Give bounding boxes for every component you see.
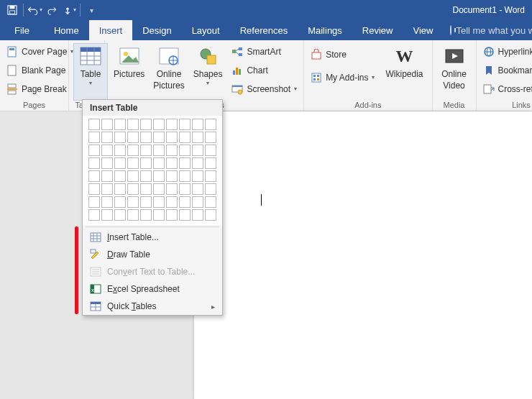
insert-grid-cell[interactable] [179,132,191,143]
insert-grid-cell[interactable] [114,196,126,208]
insert-grid-cell[interactable] [192,196,203,208]
insert-grid-cell[interactable] [205,145,216,156]
insert-grid-cell[interactable] [192,209,203,221]
insert-grid-cell[interactable] [88,157,100,169]
draw-table-menu-item[interactable]: Draw Table [83,246,222,263]
tab-insert[interactable]: Insert [89,20,133,40]
insert-grid-cell[interactable] [205,196,216,208]
insert-grid-cell[interactable] [114,119,126,130]
store-button[interactable]: Store [308,47,377,62]
insert-grid-cell[interactable] [192,183,203,195]
insert-grid-cell[interactable] [153,119,165,130]
insert-grid-cell[interactable] [179,119,191,130]
wikipedia-button[interactable]: W Wikipedia [381,43,427,101]
shapes-button[interactable]: Shapes ▾ [189,43,227,101]
insert-grid-cell[interactable] [101,196,113,208]
insert-grid-cell[interactable] [114,145,126,156]
insert-grid-cell[interactable] [166,183,178,195]
chart-button[interactable]: Chart [229,63,299,78]
insert-grid-cell[interactable] [127,157,139,169]
insert-grid-cell[interactable] [114,157,126,169]
document-page[interactable] [194,111,532,399]
insert-grid-cell[interactable] [166,196,178,208]
insert-grid-cell[interactable] [166,145,178,156]
page-break-button[interactable]: Page Break [4,82,75,96]
undo-icon[interactable]: ▾ [27,2,42,18]
hyperlink-button[interactable]: Hyperlink [481,45,532,59]
table-button[interactable]: Table ▾ [73,43,108,101]
cross-reference-button[interactable]: Cross-reference [481,82,532,96]
insert-grid-cell[interactable] [127,209,139,221]
insert-grid-cell[interactable] [179,157,191,169]
insert-grid-cell[interactable] [88,145,100,156]
insert-grid-cell[interactable] [179,209,191,221]
quick-tables-menu-item[interactable]: Quick Tables ▸ [83,298,222,315]
insert-table-menu-item[interactable]: Insert Table... [83,229,222,246]
insert-grid-cell[interactable] [88,196,100,208]
insert-grid-cell[interactable] [153,209,165,221]
tab-home[interactable]: Home [44,20,89,40]
insert-grid-cell[interactable] [114,132,126,143]
insert-grid-cell[interactable] [179,145,191,156]
insert-grid-cell[interactable] [153,132,165,143]
customize-qat-icon[interactable]: ▾ [83,2,99,18]
insert-grid-cell[interactable] [205,157,216,169]
tab-design[interactable]: Design [132,20,181,40]
excel-spreadsheet-menu-item[interactable]: x Excel Spreadsheet [83,280,222,298]
tab-mailings[interactable]: Mailings [298,20,352,40]
tab-layout[interactable]: Layout [182,20,230,40]
online-video-button[interactable]: Online Video [437,43,472,101]
insert-grid-cell[interactable] [140,145,152,156]
insert-grid-cell[interactable] [88,170,100,182]
insert-grid-cell[interactable] [101,119,113,130]
screenshot-button[interactable]: Screenshot ▾ [229,82,299,96]
insert-grid-cell[interactable] [101,170,113,182]
insert-grid-cell[interactable] [153,196,165,208]
insert-grid-cell[interactable] [205,170,216,182]
insert-grid-cell[interactable] [140,183,152,195]
insert-grid-cell[interactable] [166,132,178,143]
insert-table-grid[interactable] [83,116,222,225]
insert-grid-cell[interactable] [101,183,113,195]
insert-grid-cell[interactable] [88,183,100,195]
insert-grid-cell[interactable] [179,170,191,182]
insert-grid-cell[interactable] [166,157,178,169]
tell-me-search[interactable]: Tell me what you wan [443,20,532,40]
insert-grid-cell[interactable] [205,132,216,143]
insert-grid-cell[interactable] [205,209,216,221]
insert-grid-cell[interactable] [127,145,139,156]
redo-icon[interactable] [44,2,60,18]
insert-grid-cell[interactable] [127,183,139,195]
insert-grid-cell[interactable] [140,170,152,182]
insert-grid-cell[interactable] [101,157,113,169]
insert-grid-cell[interactable] [127,170,139,182]
insert-grid-cell[interactable] [127,119,139,130]
insert-grid-cell[interactable] [101,145,113,156]
insert-grid-cell[interactable] [88,119,100,130]
insert-grid-cell[interactable] [101,132,113,143]
tab-file[interactable]: File [0,20,44,40]
insert-grid-cell[interactable] [192,132,203,143]
tab-view[interactable]: View [403,20,443,40]
insert-grid-cell[interactable] [114,183,126,195]
insert-grid-cell[interactable] [192,119,203,130]
save-icon[interactable] [4,2,20,18]
insert-grid-cell[interactable] [192,170,203,182]
insert-grid-cell[interactable] [166,209,178,221]
online-pictures-button[interactable]: Online Pictures [149,43,188,101]
insert-grid-cell[interactable] [127,132,139,143]
insert-grid-cell[interactable] [166,170,178,182]
insert-grid-cell[interactable] [153,170,165,182]
insert-grid-cell[interactable] [192,157,203,169]
insert-grid-cell[interactable] [114,170,126,182]
insert-grid-cell[interactable] [114,209,126,221]
insert-grid-cell[interactable] [140,196,152,208]
touch-mode-icon[interactable]: ▾ [61,2,77,18]
insert-grid-cell[interactable] [153,145,165,156]
insert-grid-cell[interactable] [101,209,113,221]
smartart-button[interactable]: SmartArt [229,45,299,59]
insert-grid-cell[interactable] [153,183,165,195]
tab-references[interactable]: References [230,20,298,40]
pictures-button[interactable]: Pictures [109,43,149,101]
insert-grid-cell[interactable] [179,196,191,208]
